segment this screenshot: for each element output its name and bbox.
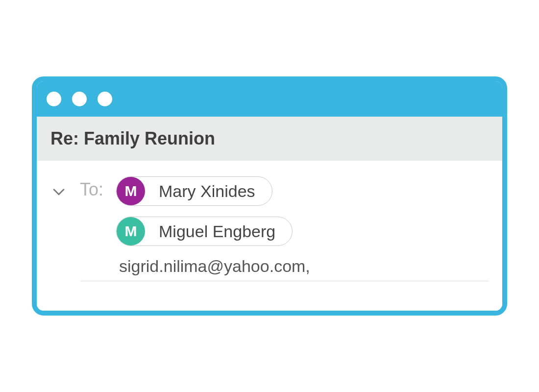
recipient-chip[interactable]: M Miguel Engberg xyxy=(116,217,293,246)
window-control-dot[interactable] xyxy=(98,92,112,106)
window-control-dot[interactable] xyxy=(72,92,87,106)
recipient-name: Miguel Engberg xyxy=(159,222,275,241)
to-row: To: M Mary Xinides M Miguel Engberg sigr… xyxy=(50,176,489,276)
recipient-input[interactable]: sigrid.nilima@yahoo.com, xyxy=(116,257,310,276)
recipient-chip[interactable]: M Mary Xinides xyxy=(116,176,272,206)
avatar-initial: M xyxy=(125,223,137,240)
avatar: M xyxy=(117,217,145,245)
avatar: M xyxy=(117,177,145,205)
compose-area: To: M Mary Xinides M Miguel Engberg sigr… xyxy=(37,161,502,311)
avatar-initial: M xyxy=(125,183,137,199)
recipients-list: M Mary Xinides M Miguel Engberg sigrid.n… xyxy=(116,176,489,276)
subject-bar: Re: Family Reunion xyxy=(37,117,502,161)
to-label: To: xyxy=(80,179,103,200)
field-divider xyxy=(81,281,489,281)
chevron-down-icon[interactable] xyxy=(50,183,67,202)
email-subject: Re: Family Reunion xyxy=(50,128,489,149)
window-titlebar[interactable] xyxy=(37,81,502,117)
compose-window: Re: Family Reunion To: M Mary Xinides xyxy=(32,76,507,316)
window-control-dot[interactable] xyxy=(47,92,61,106)
recipient-name: Mary Xinides xyxy=(159,182,255,201)
